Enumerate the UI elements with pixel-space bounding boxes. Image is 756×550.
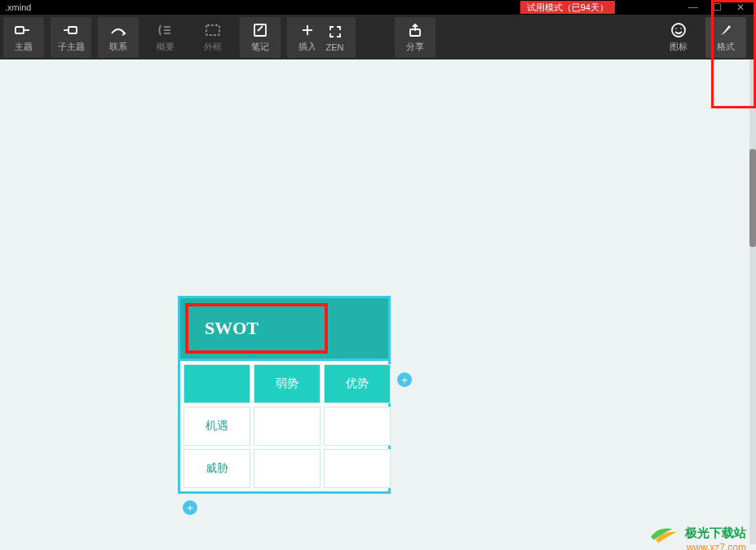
relation-button[interactable]: 联系 xyxy=(98,17,139,58)
add-column-button[interactable]: + xyxy=(397,372,412,387)
swot-header[interactable]: SWOT xyxy=(178,296,391,361)
maximize-button[interactable]: ☐ xyxy=(713,2,722,13)
swot-col-strong[interactable]: 优势 xyxy=(324,364,391,403)
swot-cell[interactable] xyxy=(254,407,321,446)
watermark-logo-icon xyxy=(649,521,680,545)
swot-row-opportunity[interactable]: 机遇 xyxy=(183,407,250,446)
topic-button[interactable]: 主题 xyxy=(3,17,44,58)
window-titlebar: .xmind 试用模式（已94天） — ☐ ✕ xyxy=(0,0,756,15)
plus-icon xyxy=(300,21,315,39)
svg-rect-3 xyxy=(69,27,77,33)
svg-point-16 xyxy=(680,28,682,29)
relation-icon xyxy=(109,21,127,39)
add-row-button[interactable]: + xyxy=(183,500,197,515)
watermark-url: www.xz7.com xyxy=(687,542,746,550)
swot-cell[interactable] xyxy=(254,449,321,488)
notes-icon xyxy=(253,21,267,39)
svg-rect-8 xyxy=(254,24,266,36)
swot-corner-cell[interactable] xyxy=(183,364,250,403)
main-toolbar: 主题 子主题 联系 概要 外框 笔记 插入 xyxy=(0,15,756,59)
app-title: .xmind xyxy=(5,2,31,12)
svg-rect-7 xyxy=(206,25,219,35)
minimize-button[interactable]: — xyxy=(688,2,698,13)
notes-button[interactable]: 笔记 xyxy=(240,17,281,58)
swot-row-threat[interactable]: 威胁 xyxy=(183,449,250,488)
close-button[interactable]: ✕ xyxy=(736,2,745,13)
svg-point-15 xyxy=(675,28,677,29)
swot-col-weak[interactable]: 弱势 xyxy=(254,364,321,403)
boundary-icon xyxy=(205,21,221,39)
share-icon xyxy=(408,21,422,39)
share-button[interactable]: 分享 xyxy=(395,17,435,58)
fullscreen-icon xyxy=(328,23,343,41)
watermark: 极光下载站 www.xz7.com xyxy=(649,521,746,545)
zen-button[interactable]: ZEN xyxy=(315,17,356,58)
summary-button[interactable]: 概要 xyxy=(145,17,186,58)
subtopic-button[interactable]: 子主题 xyxy=(51,17,91,58)
brush-icon xyxy=(718,21,734,39)
subtopic-icon xyxy=(62,21,80,39)
swot-title[interactable]: SWOT xyxy=(185,303,328,354)
svg-line-9 xyxy=(258,26,263,31)
trial-mode-badge: 试用模式（已94天） xyxy=(520,1,615,14)
vertical-scrollbar[interactable] xyxy=(749,59,756,544)
summary-icon xyxy=(157,21,174,39)
smiley-icon xyxy=(670,21,687,39)
svg-rect-0 xyxy=(15,27,24,33)
boundary-button[interactable]: 外框 xyxy=(192,17,233,58)
icons-button[interactable]: 图标 xyxy=(658,17,699,58)
topic-icon xyxy=(15,21,33,39)
swot-cell[interactable] xyxy=(324,449,391,488)
mindmap-canvas[interactable]: SWOT 弱势 优势 机遇 威胁 + + 极光下载站 www.xz7.com xyxy=(0,59,756,550)
swot-cell[interactable] xyxy=(324,407,391,446)
watermark-text: 极光下载站 xyxy=(685,526,746,541)
svg-point-14 xyxy=(672,24,685,37)
swot-grid: 弱势 优势 机遇 威胁 xyxy=(178,361,391,494)
format-button[interactable]: 格式 xyxy=(705,17,746,58)
scrollbar-thumb[interactable] xyxy=(749,149,756,247)
swot-matrix[interactable]: SWOT 弱势 优势 机遇 威胁 + + xyxy=(178,296,391,494)
